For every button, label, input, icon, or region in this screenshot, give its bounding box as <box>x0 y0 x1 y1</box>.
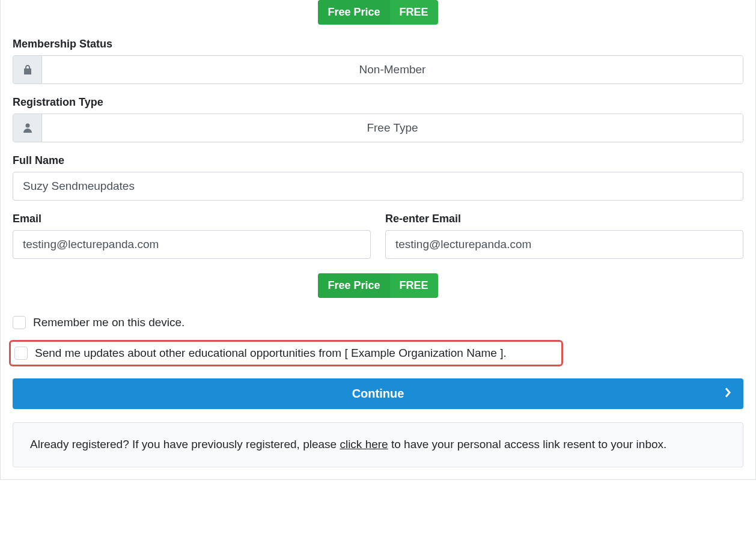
chevron-right-icon <box>724 387 731 401</box>
already-registered-suffix: to have your personal access link resent… <box>388 438 667 451</box>
remember-me-label: Remember me on this device. <box>33 316 184 329</box>
email-row: Email Re-enter Email <box>13 213 743 271</box>
send-updates-highlight: Send me updates about other educational … <box>9 340 563 366</box>
lock-icon <box>13 56 42 83</box>
registration-type-select[interactable]: Free Type <box>13 114 743 142</box>
membership-status-group: Membership Status Non-Member <box>13 38 743 84</box>
continue-label: Continue <box>352 387 404 401</box>
full-name-input[interactable] <box>13 172 743 201</box>
full-name-label: Full Name <box>13 154 743 167</box>
price-label: Free Price <box>318 0 389 25</box>
price-pill: Free Price FREE <box>318 0 437 25</box>
membership-status-select[interactable]: Non-Member <box>13 55 743 84</box>
reenter-email-label: Re-enter Email <box>385 213 743 225</box>
remember-me-checkbox[interactable] <box>13 316 26 329</box>
send-updates-row: Send me updates about other educational … <box>14 347 558 360</box>
already-registered-box: Already registered? If you have previous… <box>13 422 743 467</box>
price-pill: Free Price FREE <box>318 273 437 298</box>
send-updates-label: Send me updates about other educational … <box>35 347 507 360</box>
price-pill-top: Free Price FREE <box>13 0 743 25</box>
registration-type-label: Registration Type <box>13 96 743 109</box>
registration-form: Free Price FREE Membership Status Non-Me… <box>0 0 756 480</box>
click-here-link[interactable]: click here <box>340 438 388 451</box>
price-label: Free Price <box>318 273 389 298</box>
reenter-email-input[interactable] <box>385 230 743 259</box>
reenter-email-group: Re-enter Email <box>385 213 743 259</box>
membership-status-value: Non-Member <box>42 56 743 83</box>
send-updates-checkbox[interactable] <box>14 347 28 360</box>
continue-button[interactable]: Continue <box>13 378 743 409</box>
registration-type-group: Registration Type Free Type <box>13 96 743 142</box>
price-pill-bottom: Free Price FREE <box>13 273 743 298</box>
person-icon <box>13 114 42 142</box>
email-input[interactable] <box>13 230 371 259</box>
price-value: FREE <box>390 0 438 25</box>
email-group: Email <box>13 213 371 259</box>
remember-me-row: Remember me on this device. <box>13 316 743 329</box>
price-value: FREE <box>390 273 438 298</box>
membership-status-label: Membership Status <box>13 38 743 50</box>
svg-point-0 <box>25 124 29 128</box>
full-name-group: Full Name <box>13 154 743 201</box>
email-label: Email <box>13 213 371 225</box>
registration-type-value: Free Type <box>42 114 743 142</box>
already-registered-prefix: Already registered? If you have previous… <box>30 438 340 451</box>
